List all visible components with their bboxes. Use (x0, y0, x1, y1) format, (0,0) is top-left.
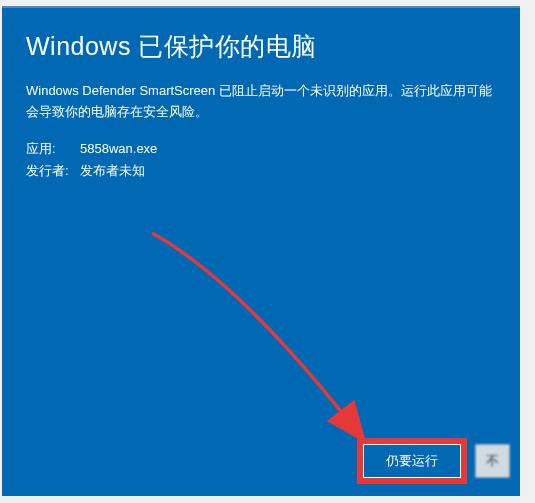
smartscreen-dialog: Windows 已保护你的电脑 Windows Defender SmartSc… (2, 6, 520, 496)
run-anyway-button[interactable]: 仍要运行 (363, 444, 461, 478)
app-details: 应用: 5858wan.exe 发行者: 发布者未知 (26, 139, 496, 183)
dialog-footer: 仍要运行 不 (357, 438, 510, 484)
annotation-arrow-icon (142, 223, 402, 463)
app-label: 应用: (26, 139, 80, 160)
publisher-label: 发行者: (26, 161, 80, 182)
publisher-value: 发布者未知 (80, 161, 145, 182)
warning-message: Windows Defender SmartScreen 已阻止启动一个未识别的… (26, 81, 496, 123)
app-value: 5858wan.exe (80, 139, 157, 160)
annotation-highlight-box: 仍要运行 (357, 438, 467, 484)
publisher-row: 发行者: 发布者未知 (26, 161, 496, 182)
app-row: 应用: 5858wan.exe (26, 139, 496, 160)
dialog-title: Windows 已保护你的电脑 (2, 8, 520, 81)
dont-run-button-partial[interactable]: 不 (475, 444, 510, 478)
dialog-body: Windows Defender SmartScreen 已阻止启动一个未识别的… (2, 81, 520, 182)
